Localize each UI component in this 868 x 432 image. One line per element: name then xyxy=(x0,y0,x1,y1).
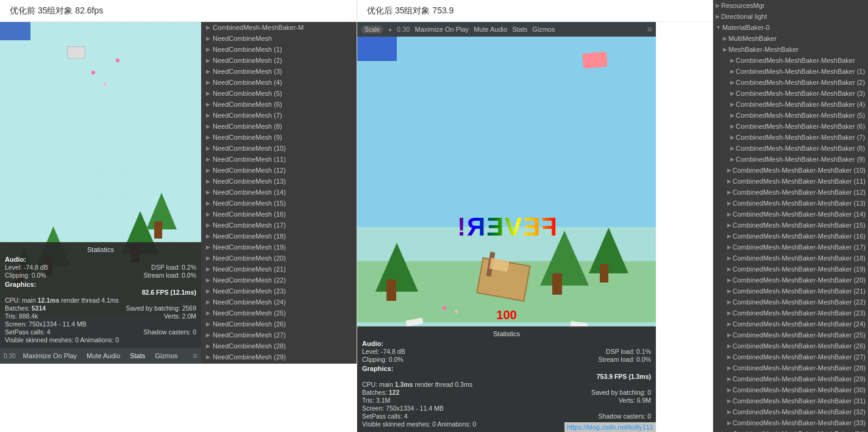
hierarchy-item[interactable]: ▶CombinedMesh-MeshBaker-MeshBaker (2) xyxy=(713,77,868,88)
right-hierarchy-panel[interactable]: ▶ResourcesMgr▶Directional light▼Material… xyxy=(713,0,868,432)
hierarchy-item[interactable]: ▶CombinedMesh-MeshBaker-MeshBaker (4) xyxy=(713,99,868,110)
left-list-item[interactable]: ▶NeedCombineMesh (21) xyxy=(201,264,357,275)
hierarchy-item[interactable]: ▶CombinedMesh-MeshBaker-MeshBaker (32) xyxy=(713,406,868,417)
left-list-item[interactable]: ▶NeedCombineMesh (1) xyxy=(201,44,357,55)
hierarchy-item[interactable]: ▼MaterialBaker-0 xyxy=(713,22,868,33)
visible-right: Visible skinned meshes: 0 Animations: 0 xyxy=(362,420,476,428)
maximize-btn-right[interactable]: Maximize On Play xyxy=(414,26,469,33)
left-list-item[interactable]: ▶NeedCombineMesh (23) xyxy=(201,286,357,297)
left-list-item[interactable]: ▶NeedCombineMesh (24) xyxy=(201,297,357,308)
left-list-item[interactable]: ▶NeedCombineMesh (29) xyxy=(201,351,357,362)
hierarchy-item[interactable]: ▶MultiMeshBaker xyxy=(713,33,868,44)
mute-btn-right[interactable]: Mute Audio xyxy=(474,26,507,33)
left-list-item[interactable]: ▶NeedCombineMesh (6) xyxy=(201,99,357,110)
left-list-item[interactable]: ▶NeedCombineMesh (16) xyxy=(201,209,357,220)
gizmos-btn-right[interactable]: Gizmos xyxy=(532,26,555,33)
list-arrow: ▶ xyxy=(206,46,210,52)
hierarchy-item[interactable]: ▶CombinedMesh-MeshBaker-MeshBaker xyxy=(713,55,868,66)
left-list-item[interactable]: ▶NeedCombineMesh (13) xyxy=(201,176,357,187)
hierarchy-item[interactable]: ▶CombinedMesh-MeshBaker-MeshBaker (18) xyxy=(713,253,868,264)
hierarchy-item[interactable]: ▶CombinedMesh-MeshBaker-MeshBaker (28) xyxy=(713,362,868,373)
left-list-item[interactable]: ▶NeedCombineMesh (10) xyxy=(201,143,357,154)
list-item-label: NeedCombineMesh (6) xyxy=(213,101,282,108)
hierarchy-item[interactable]: ▶CombinedMesh-MeshBaker-MeshBaker (10) xyxy=(713,165,868,176)
hierarchy-item[interactable]: ▶CombinedMesh-MeshBaker-MeshBaker (19) xyxy=(713,264,868,275)
hierarchy-item[interactable]: ▶CombinedMesh-MeshBaker-MeshBaker (20) xyxy=(713,275,868,286)
left-list-item[interactable]: ▶NeedCombineMesh (19) xyxy=(201,242,357,253)
left-list-item[interactable]: ▶NeedCombineMesh (30) xyxy=(201,362,357,364)
hierarchy-item[interactable]: ▶CombinedMesh-MeshBaker-MeshBaker (3) xyxy=(713,88,868,99)
left-list-item[interactable]: ▶NeedCombineMesh (4) xyxy=(201,77,357,88)
mute-btn-left[interactable]: Mute Audio xyxy=(84,351,123,360)
left-list-item[interactable]: ▶NeedCombineMesh (11) xyxy=(201,154,357,165)
left-list-item[interactable]: ▶NeedCombineMesh (20) xyxy=(201,253,357,264)
left-list-item[interactable]: ▶NeedCombineMesh (25) xyxy=(201,308,357,319)
stats-btn-left[interactable]: Stats xyxy=(127,351,148,360)
left-list-item[interactable]: ▶NeedCombineMesh (5) xyxy=(201,88,357,99)
hierarchy-item[interactable]: ▶CombinedMesh-MeshBaker-MeshBaker (14) xyxy=(713,209,868,220)
hierarchy-arrow: ▶ xyxy=(730,112,735,118)
left-list-item[interactable]: ▶NeedCombineMesh (7) xyxy=(201,110,357,121)
list-arrow: ▶ xyxy=(206,145,210,151)
hierarchy-item[interactable]: ▶CombinedMesh-MeshBaker-MeshBaker (8) xyxy=(713,143,868,154)
left-list-panel[interactable]: ▶CombinedMesh-MeshBaker-M▶NeedCombineMes… xyxy=(201,22,357,364)
left-list-item[interactable]: ▶NeedCombineMesh (27) xyxy=(201,329,357,340)
list-item-label: NeedCombineMesh (24) xyxy=(213,298,286,306)
list-item-label: NeedCombineMesh (5) xyxy=(213,90,282,97)
hierarchy-item[interactable]: ▶CombinedMesh-MeshBaker-MeshBaker (12) xyxy=(713,187,868,198)
list-item-label: NeedCombineMesh (15) xyxy=(213,200,286,207)
left-list-item[interactable]: ▶NeedCombineMesh (15) xyxy=(201,198,357,209)
hierarchy-item[interactable]: ▶CombinedMesh-MeshBaker-MeshBaker (29) xyxy=(713,373,868,384)
hierarchy-item[interactable]: ▶CombinedMesh-MeshBaker-MeshBaker (16) xyxy=(713,231,868,242)
cpu-left: CPU: main 12.1ms render thread 4.1ms xyxy=(5,297,119,304)
hierarchy-item[interactable]: ▶CombinedMesh-MeshBaker-MeshBaker (22) xyxy=(713,297,868,308)
gizmos-btn-left[interactable]: Gizmos xyxy=(152,351,180,360)
hierarchy-item[interactable]: ▶CombinedMesh-MeshBaker-MeshBaker (24) xyxy=(713,319,868,329)
left-list-item[interactable]: ▶NeedCombineMesh (12) xyxy=(201,165,357,176)
menu-icon-left[interactable]: ≡ xyxy=(193,351,197,361)
hierarchy-item[interactable]: ▶CombinedMesh-MeshBaker-MeshBaker (26) xyxy=(713,340,868,351)
left-list-item[interactable]: ▶CombinedMesh-MeshBaker-M xyxy=(201,22,357,33)
list-arrow: ▶ xyxy=(206,222,210,228)
hierarchy-item[interactable]: ▶ResourcesMgr xyxy=(713,0,868,11)
hierarchy-arrow: ▶ xyxy=(727,200,731,206)
left-list-item[interactable]: ▶NeedCombineMesh (26) xyxy=(201,319,357,329)
hierarchy-item[interactable]: ▶CombinedMesh-MeshBaker-MeshBaker (31) xyxy=(713,395,868,406)
hierarchy-item[interactable]: ▶CombinedMesh-MeshBaker-MeshBaker (5) xyxy=(713,110,868,121)
hierarchy-item[interactable]: ▶CombinedMesh-MeshBaker-MeshBaker (13) xyxy=(713,198,868,209)
menu-icon-right[interactable]: ≡ xyxy=(647,24,652,34)
stats-row-setpass-left: SetPass calls: 4 Shadow casters: 0 xyxy=(5,328,196,336)
hierarchy-item[interactable]: ▶CombinedMesh-MeshBaker-MeshBaker (7) xyxy=(713,132,868,143)
hierarchy-item[interactable]: ▶CombinedMesh-MeshBaker-MeshBaker (1) xyxy=(713,66,868,77)
hierarchy-item[interactable]: ▶Directional light xyxy=(713,11,868,22)
hierarchy-item[interactable]: ▶CombinedMesh-MeshBaker-MeshBaker (15) xyxy=(713,220,868,231)
hierarchy-item[interactable]: ▶CombinedMesh-MeshBaker-MeshBaker (27) xyxy=(713,351,868,362)
left-list-item[interactable]: ▶NeedCombineMesh (3) xyxy=(201,66,357,77)
left-list-item[interactable]: ▶NeedCombineMesh (18) xyxy=(201,231,357,242)
hierarchy-item[interactable]: ▶CombinedMesh-MeshBaker-MeshBaker (17) xyxy=(713,242,868,253)
hierarchy-item[interactable]: ▶MeshBaker-MeshBaker xyxy=(713,44,868,55)
left-list-item[interactable]: ▶NeedCombineMesh (22) xyxy=(201,275,357,286)
hierarchy-label: CombinedMesh-MeshBaker-MeshBaker (31) xyxy=(733,397,866,405)
hierarchy-item[interactable]: ▶CombinedMesh-MeshBaker-MeshBaker (25) xyxy=(713,329,868,340)
hierarchy-item[interactable]: ▶CombinedMesh-MeshBaker-MeshBaker (33) xyxy=(713,417,868,428)
left-list-item[interactable]: ▶NeedCombineMesh (17) xyxy=(201,220,357,231)
hierarchy-item[interactable]: ▶CombinedMesh-MeshBaker-MeshBaker (30) xyxy=(713,384,868,395)
left-list-item[interactable]: ▶NeedCombineMesh (9) xyxy=(201,132,357,143)
left-list-item[interactable]: ▶NeedCombineMesh xyxy=(201,33,357,44)
hierarchy-item[interactable]: ▶CombinedMesh-MeshBaker-MeshBaker (6) xyxy=(713,121,868,132)
hierarchy-item[interactable]: ▶CombinedMesh-MeshBaker-MeshBaker (9) xyxy=(713,154,868,165)
stats-title-right: Statistics xyxy=(362,330,651,337)
hierarchy-label: MeshBaker-MeshBaker xyxy=(728,46,799,53)
hierarchy-item[interactable]: ▶CombinedMesh-MeshBaker-MeshBaker (11) xyxy=(713,176,868,187)
maximize-btn-left[interactable]: Maximize On Play xyxy=(20,351,79,360)
hierarchy-item[interactable]: ▶CombinedMesh-MeshBaker-MeshBaker (23) xyxy=(713,308,868,319)
left-list-item[interactable]: ▶NeedCombineMesh (8) xyxy=(201,121,357,132)
stats-btn-right[interactable]: Stats xyxy=(512,26,527,33)
hierarchy-item[interactable]: ▶CombinedMesh-MeshBaker-MeshBaker (34) xyxy=(713,428,868,432)
left-list-item[interactable]: ▶NeedCombineMesh (2) xyxy=(201,55,357,66)
hierarchy-item[interactable]: ▶CombinedMesh-MeshBaker-MeshBaker (21) xyxy=(713,286,868,297)
left-list-item[interactable]: ▶NeedCombineMesh (28) xyxy=(201,340,357,351)
left-list-item[interactable]: ▶NeedCombineMesh (14) xyxy=(201,187,357,198)
hierarchy-arrow: ▶ xyxy=(727,409,731,415)
